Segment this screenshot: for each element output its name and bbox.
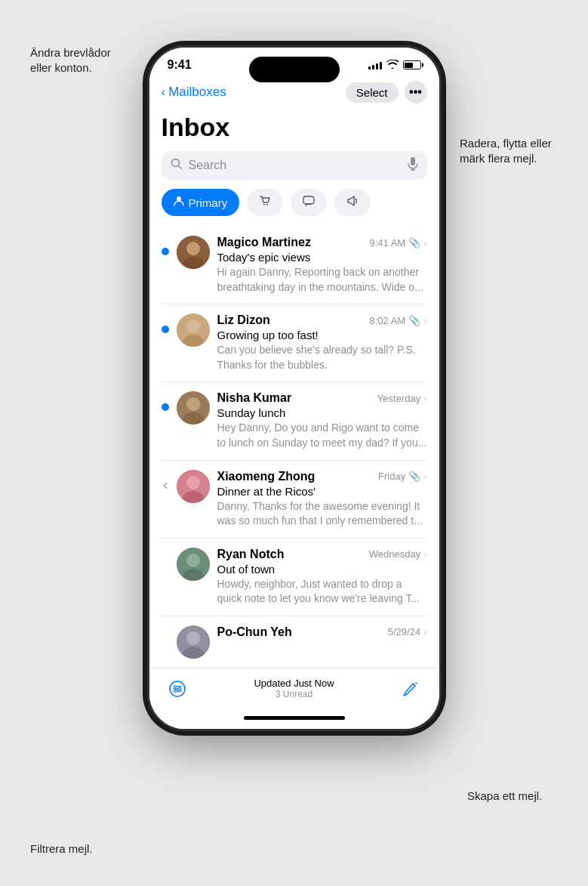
email-content: Xiaomeng Zhong Friday 📎 › Dinner at the …: [217, 470, 427, 529]
email-time: Friday: [378, 471, 405, 482]
svg-point-32: [178, 687, 180, 690]
svg-point-33: [174, 690, 177, 692]
email-subject: Out of town: [217, 563, 427, 576]
chevron-icon: ›: [423, 315, 426, 326]
email-item[interactable]: Nisha Kumar Yesterday › Sunday lunch Hey…: [162, 382, 427, 460]
search-bar[interactable]: Search: [162, 151, 427, 180]
home-bar: [244, 716, 345, 720]
callout-change-mailbox: Ändra brevlådor eller konton.: [30, 45, 128, 75]
nav-bar: ‹ Mailboxes Select •••: [149, 78, 439, 110]
avatar: [177, 625, 210, 659]
svg-point-5: [177, 196, 181, 201]
callout-select-actions: Radera, flytta eller märk flera mejl.: [460, 136, 565, 165]
tab-promos[interactable]: [334, 189, 371, 216]
email-content: Nisha Kumar Yesterday › Sunday lunch Hey…: [217, 391, 427, 450]
mic-icon: [408, 157, 418, 174]
svg-point-31: [174, 685, 176, 687]
nav-actions: Select •••: [346, 81, 427, 103]
avatar: [177, 391, 210, 424]
shopping-icon: [259, 195, 271, 210]
chat-icon: [303, 195, 315, 210]
signal-icon: [368, 60, 382, 69]
email-list: Magico Martinez 9:41 AM 📎 › Today's epic…: [162, 227, 427, 668]
email-item[interactable]: Ryan Notch Wednesday › Out of town Howdy…: [162, 539, 427, 616]
svg-line-1: [178, 166, 181, 169]
replied-indicator: [162, 482, 169, 489]
email-sender: Xiaomeng Zhong: [217, 470, 316, 483]
filter-button[interactable]: [165, 676, 190, 702]
email-time: Yesterday: [377, 393, 420, 404]
avatar: [177, 470, 210, 503]
attachment-icon: 📎: [408, 237, 420, 249]
svg-point-7: [266, 204, 268, 205]
bottom-bar: Updated Just Now 3 Unread: [149, 668, 439, 708]
chevron-icon: ›: [423, 237, 426, 249]
email-sender: Ryan Notch: [217, 548, 285, 561]
email-sender: Po-Chun Yeh: [217, 625, 292, 639]
svg-point-19: [186, 476, 200, 489]
person-icon: [174, 196, 184, 209]
select-button[interactable]: Select: [346, 82, 399, 103]
email-content: Magico Martinez 9:41 AM 📎 › Today's epic…: [217, 236, 427, 295]
email-time: 9:41 AM: [369, 237, 405, 249]
dynamic-island: [249, 57, 340, 82]
unread-indicator: [162, 403, 169, 411]
tab-primary-label: Primary: [189, 196, 228, 209]
chevron-icon: ›: [423, 626, 426, 637]
email-item[interactable]: Xiaomeng Zhong Friday 📎 › Dinner at the …: [162, 461, 427, 539]
avatar: [177, 548, 210, 581]
bottom-status: Updated Just Now 3 Unread: [254, 678, 334, 699]
email-sender: Magico Martinez: [217, 236, 311, 249]
tab-primary[interactable]: Primary: [162, 189, 240, 216]
svg-point-22: [186, 554, 200, 567]
email-preview: Danny, Thanks for the awesome evening! I…: [217, 499, 427, 529]
email-item[interactable]: Liz Dizon 8:02 AM 📎 › Growing up too fas…: [162, 304, 427, 382]
updated-text: Updated Just Now: [254, 678, 334, 689]
tab-shopping[interactable]: [247, 189, 283, 216]
svg-rect-2: [411, 157, 415, 165]
email-preview: Hi again Danny, Reporting back on anothe…: [217, 265, 427, 295]
filter-tabs: Primary: [162, 189, 427, 216]
attachment-icon: 📎: [408, 315, 420, 326]
mailboxes-button[interactable]: ‹ Mailboxes: [162, 85, 226, 100]
svg-point-10: [186, 242, 200, 255]
wifi-icon: [386, 60, 399, 71]
email-item[interactable]: Magico Martinez 9:41 AM 📎 › Today's epic…: [162, 227, 427, 304]
more-button[interactable]: •••: [405, 81, 427, 103]
email-content: Po-Chun Yeh 5/29/24 ›: [217, 625, 427, 641]
callout-compose: Skapa ett mejl.: [467, 789, 565, 804]
megaphone-icon: [346, 195, 359, 210]
chevron-left-icon: ‹: [162, 85, 166, 100]
unread-indicator: [162, 326, 169, 333]
inbox-title: Inbox: [162, 110, 427, 142]
email-sender: Nisha Kumar: [217, 391, 292, 405]
tab-messages[interactable]: [291, 189, 327, 216]
mailboxes-label: Mailboxes: [168, 85, 226, 100]
attachment-icon: 📎: [408, 471, 420, 482]
search-placeholder: Search: [189, 159, 402, 172]
callout-filter: Filtrera mejl.: [30, 841, 121, 857]
email-subject: Sunday lunch: [217, 406, 427, 419]
email-preview: Can you believe she's already so tall? P…: [217, 343, 427, 372]
chevron-icon: ›: [423, 548, 426, 560]
email-content: Liz Dizon 8:02 AM 📎 › Growing up too fas…: [217, 313, 427, 372]
email-sender: Liz Dizon: [217, 313, 270, 327]
email-subject: Dinner at the Ricos': [217, 485, 427, 498]
chevron-icon: ›: [423, 393, 426, 404]
svg-point-13: [186, 320, 200, 333]
email-item[interactable]: Po-Chun Yeh 5/29/24 ›: [162, 616, 427, 668]
more-dots-icon: •••: [409, 85, 422, 99]
search-icon: [171, 158, 183, 173]
content-area: Inbox Search: [149, 110, 439, 668]
email-subject: Growing up too fast!: [217, 329, 427, 341]
email-time: 8:02 AM: [369, 315, 405, 326]
status-time: 9:41: [168, 58, 192, 72]
email-time: Wednesday: [369, 548, 420, 560]
avatar: [177, 313, 210, 347]
compose-button[interactable]: [398, 676, 423, 702]
svg-point-16: [186, 397, 200, 411]
email-preview: Hey Danny, Do you and Rigo want to come …: [217, 421, 427, 450]
email-subject: Today's epic views: [217, 251, 427, 264]
email-time: 5/29/24: [388, 626, 420, 637]
unread-count: 3 Unread: [254, 689, 334, 699]
